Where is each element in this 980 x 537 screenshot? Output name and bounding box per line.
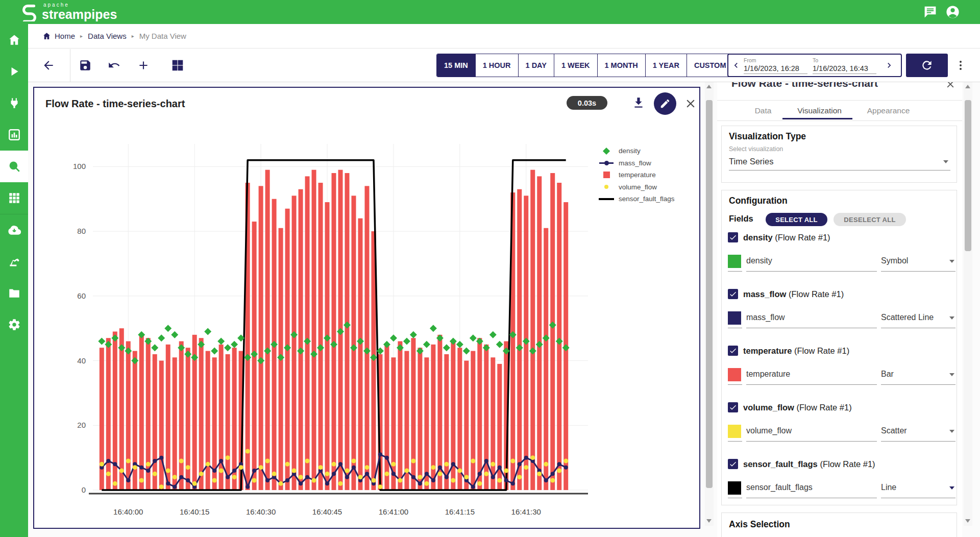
- field-underline: [746, 328, 877, 328]
- deselect-all-button[interactable]: DESELECT ALL: [834, 213, 906, 226]
- field-underline: [746, 271, 877, 272]
- close-widget-button[interactable]: [684, 97, 697, 110]
- sidebar-item-cloud-download[interactable]: [0, 214, 28, 246]
- main-scrollbar[interactable]: [705, 82, 714, 526]
- color-swatch-density[interactable]: [728, 255, 741, 268]
- display-type-select-mass_flow[interactable]: Scattered Line: [881, 313, 934, 322]
- tab-visualization[interactable]: Visualization: [785, 106, 854, 115]
- arrow-left-icon: [42, 59, 55, 72]
- from-value[interactable]: 1/16/2023, 16:28: [744, 64, 807, 74]
- scroll-down-arrow[interactable]: [706, 519, 712, 523]
- save-button[interactable]: [75, 55, 95, 76]
- edit-widget-button[interactable]: [654, 92, 676, 115]
- field-checkbox-density[interactable]: [728, 232, 738, 242]
- date-range-control: From 1/16/2023, 16:28 To 1/16/2023, 16:4…: [727, 54, 902, 77]
- chevron-down-icon[interactable]: [949, 430, 954, 433]
- time-range-button-custom[interactable]: CUSTOM: [687, 54, 733, 77]
- display-name-input[interactable]: mass_flow: [746, 313, 785, 322]
- scrollbar-thumb[interactable]: [965, 100, 971, 251]
- field-underline: [746, 384, 877, 385]
- visualization-type-section: Visualization Type Select visualization …: [721, 126, 957, 183]
- app-logo[interactable]: apache streampipes: [19, 2, 117, 21]
- undo-button[interactable]: [104, 55, 125, 76]
- legend-item-temperature[interactable]: temperature: [598, 169, 675, 181]
- color-swatch-mass_flow[interactable]: [728, 311, 741, 325]
- time-range-button-1-hour[interactable]: 1 HOUR: [476, 54, 519, 77]
- color-swatch-volume_flow[interactable]: [728, 425, 741, 438]
- tab-appearance[interactable]: Appearance: [859, 106, 918, 115]
- sidebar-item-search[interactable]: [0, 151, 28, 182]
- load-time-badge: 0.03s: [567, 96, 607, 110]
- widget-config-panel: Flow Rate - time-series-chart Data Visua…: [717, 82, 962, 537]
- time-range-button-15-min[interactable]: 15 MIN: [437, 54, 476, 77]
- breadcrumb-home[interactable]: Home: [42, 32, 75, 40]
- app-header: apache streampipes: [0, 0, 980, 24]
- visualization-type-select[interactable]: Time Series: [729, 157, 773, 166]
- display-name-input[interactable]: volume_flow: [746, 426, 792, 435]
- display-type-select-volume_flow[interactable]: Scatter: [881, 426, 907, 435]
- legend-label: volume_flow: [619, 183, 657, 191]
- color-swatch-sensor_fault_flags[interactable]: [728, 481, 741, 495]
- field-underline: [728, 498, 742, 498]
- time-range-button-1-month[interactable]: 1 MONTH: [598, 54, 646, 77]
- configuration-section: Configuration Fields SELECT ALL DESELECT…: [721, 190, 957, 505]
- add-widget-button[interactable]: [133, 55, 154, 76]
- display-type-select-sensor_fault_flags[interactable]: Line: [881, 483, 896, 492]
- display-name-input[interactable]: density: [746, 256, 772, 265]
- sidebar-item-folder[interactable]: [0, 277, 28, 309]
- scroll-up-arrow[interactable]: [706, 85, 712, 88]
- sidebar-item-home[interactable]: [0, 24, 28, 56]
- field-checkbox-sensor_fault_flags[interactable]: [728, 459, 738, 469]
- color-swatch-temperature[interactable]: [728, 368, 741, 381]
- from-date-field[interactable]: From 1/16/2023, 16:28: [744, 57, 807, 74]
- svg-text:80: 80: [77, 227, 86, 235]
- chevron-down-icon[interactable]: [949, 260, 954, 263]
- select-visualization-label: Select visualization: [729, 145, 783, 153]
- previous-range-button[interactable]: [728, 55, 744, 76]
- panel-close-button[interactable]: [945, 82, 956, 90]
- time-range-button-1-day[interactable]: 1 DAY: [519, 54, 554, 77]
- download-button[interactable]: [632, 96, 645, 109]
- display-type-select-temperature[interactable]: Bar: [881, 370, 894, 379]
- field-checkbox-temperature[interactable]: [728, 346, 738, 356]
- scrollbar-thumb[interactable]: [706, 100, 713, 488]
- chevron-down-icon[interactable]: [949, 316, 954, 320]
- legend-item-density[interactable]: density: [598, 145, 675, 157]
- legend-label: sensor_fault_flags: [619, 195, 675, 203]
- chevron-down-icon[interactable]: [943, 160, 948, 163]
- next-range-button[interactable]: [881, 55, 897, 76]
- sidebar-item-play[interactable]: [0, 56, 28, 87]
- sidebar-item-grid[interactable]: [0, 182, 28, 214]
- time-range-button-1-week[interactable]: 1 WEEK: [554, 54, 598, 77]
- back-button[interactable]: [38, 55, 59, 76]
- field-checkbox-mass_flow[interactable]: [728, 289, 738, 299]
- sidebar-item-plug[interactable]: [0, 87, 28, 119]
- more-options-button[interactable]: [954, 59, 967, 71]
- to-value[interactable]: 1/16/2023, 16:43: [813, 64, 876, 74]
- panel-scrollbar[interactable]: [964, 82, 972, 526]
- sidebar-item-bar-chart[interactable]: [0, 119, 28, 151]
- scroll-up-arrow[interactable]: [965, 85, 970, 88]
- sidebar-item-gear[interactable]: [0, 309, 28, 340]
- display-name-input[interactable]: temperature: [746, 370, 790, 379]
- legend-item-mass_flow[interactable]: mass_flow: [598, 157, 675, 169]
- field-checkbox-volume_flow[interactable]: [728, 402, 738, 412]
- to-date-field[interactable]: To 1/16/2023, 16:43: [813, 57, 876, 74]
- tab-data[interactable]: Data: [738, 106, 789, 115]
- chevron-down-icon[interactable]: [949, 486, 954, 490]
- select-all-button[interactable]: SELECT ALL: [766, 213, 827, 226]
- search-icon: [8, 160, 21, 173]
- legend-item-volume_flow[interactable]: volume_flow: [598, 181, 675, 193]
- refresh-button[interactable]: [906, 54, 948, 77]
- time-range-button-1-year[interactable]: 1 YEAR: [646, 54, 687, 77]
- chat-icon[interactable]: [923, 5, 938, 19]
- scroll-down-arrow[interactable]: [965, 519, 970, 523]
- display-type-select-density[interactable]: Symbol: [881, 256, 908, 265]
- legend-item-sensor_fault_flags[interactable]: sensor_fault_flags: [598, 193, 675, 205]
- chevron-down-icon[interactable]: [949, 373, 954, 376]
- breadcrumb-data-views[interactable]: Data Views: [88, 32, 127, 40]
- display-name-input[interactable]: sensor_fault_flags: [746, 483, 813, 492]
- account-icon[interactable]: [945, 5, 960, 19]
- sidebar-item-robot-arm[interactable]: [0, 246, 28, 277]
- dashboard-layout-button[interactable]: [167, 55, 188, 76]
